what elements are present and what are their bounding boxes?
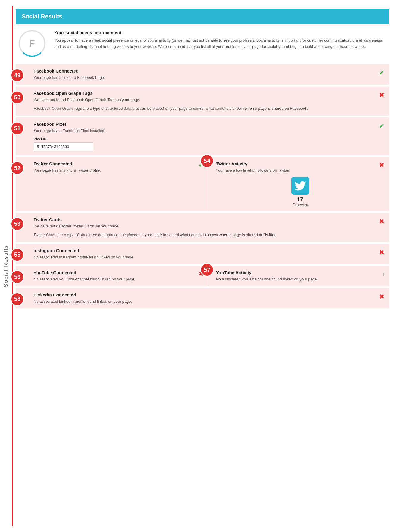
- twitter-icon: [295, 180, 306, 192]
- title-58: LinkedIn Connected: [34, 292, 384, 297]
- desc-52: Your page has a link to a Twitter profil…: [34, 167, 202, 173]
- badge-54: 54: [200, 154, 214, 168]
- badge-56: 56: [10, 270, 24, 284]
- grade-circle: F: [19, 30, 45, 57]
- desc-49: Your page has a link to a Facebook Page.: [34, 75, 384, 81]
- result-item-55: 55 Instagram Connected No associated Ins…: [16, 244, 389, 265]
- grade-area: F Your social needs improvement You appe…: [16, 30, 389, 57]
- pixel-label: Pixel ID: [34, 137, 384, 141]
- title-51: Facebook Pixel: [34, 122, 384, 127]
- badge-55: 55: [10, 248, 24, 262]
- status-55: ✖: [379, 249, 384, 256]
- badge-52: 52: [10, 161, 24, 175]
- pixel-value: 514287343108839: [34, 142, 93, 151]
- title-50: Facebook Open Graph Tags: [34, 91, 384, 96]
- follower-count: 17: [297, 197, 303, 203]
- result-item-56-57: 56 YouTube Connected No associated YouTu…: [16, 266, 389, 287]
- side-label: Social Results: [0, 6, 12, 526]
- split-right-57: 57 YouTube Activity No associated YouTub…: [207, 266, 389, 286]
- status-49: ✔: [379, 69, 384, 77]
- twitter-followers: 17 Followers: [216, 177, 384, 207]
- title-54: Twitter Activity: [216, 161, 384, 166]
- twitter-bird-icon: [291, 177, 309, 195]
- section-header: Social Results: [16, 9, 389, 24]
- split-left-52: 52 Twitter Connected Your page has a lin…: [16, 157, 207, 211]
- status-54: ✖: [379, 161, 384, 169]
- title-49: Facebook Connected: [34, 68, 384, 73]
- result-item-50: 50 Facebook Open Graph Tags We have not …: [16, 87, 389, 116]
- badge-58: 58: [10, 292, 24, 306]
- badge-57: 57: [200, 263, 214, 277]
- badge-53: 53: [10, 217, 24, 231]
- desc-50: We have not found Facebook Open Graph Ta…: [34, 97, 384, 103]
- desc-51: Your page has a Facebook Pixel installed…: [34, 128, 384, 134]
- split-right-54: 54 Twitter Activity You have a low level…: [207, 157, 389, 211]
- title-56: YouTube Connected: [34, 270, 202, 275]
- grade-description: You appear to have a weak social presenc…: [54, 37, 386, 50]
- result-item-52-54: 52 Twitter Connected Your page has a lin…: [16, 157, 389, 212]
- badge-49: 49: [10, 68, 24, 82]
- badge-51: 51: [10, 122, 24, 135]
- title-52: Twitter Connected: [34, 161, 202, 166]
- main-content: Social Results F Your social needs impro…: [12, 6, 398, 526]
- grade-title: Your social needs improvement: [54, 30, 386, 35]
- pixel-box: Pixel ID 514287343108839: [34, 137, 384, 151]
- follower-label: Followers: [293, 203, 308, 207]
- status-57: i: [383, 270, 384, 278]
- desc-58: No associated LinkedIn profile found lin…: [34, 299, 384, 305]
- status-51: ✔: [379, 122, 384, 130]
- desc-55: No associated Instagram profile found li…: [34, 254, 384, 260]
- extra-50: Facebook Open Graph Tags are a type of s…: [34, 106, 384, 112]
- grade-text: Your social needs improvement You appear…: [54, 30, 386, 50]
- split-left-56: 56 YouTube Connected No associated YouTu…: [16, 266, 207, 286]
- status-50: ✖: [379, 91, 384, 99]
- desc-57: No associated YouTube channel found link…: [216, 276, 384, 282]
- result-item-51: 51 Facebook Pixel Your page has a Facebo…: [16, 117, 389, 156]
- title-53: Twitter Cards: [34, 217, 384, 222]
- status-58: ✖: [379, 293, 384, 301]
- title-57: YouTube Activity: [216, 270, 384, 275]
- title-55: Instagram Connected: [34, 248, 384, 253]
- result-item-49: 49 Facebook Connected Your page has a li…: [16, 64, 389, 85]
- result-item-53: 53 Twitter Cards We have not detected Tw…: [16, 213, 389, 243]
- badge-50: 50: [10, 91, 24, 104]
- result-item-58: 58 LinkedIn Connected No associated Link…: [16, 288, 389, 309]
- status-53: ✖: [379, 218, 384, 225]
- extra-53: Twitter Cards are a type of structured d…: [34, 232, 384, 238]
- desc-54: You have a low level of followers on Twi…: [216, 167, 384, 173]
- desc-53: We have not detected Twitter Cards on yo…: [34, 223, 384, 229]
- desc-56: No associated YouTube channel found link…: [34, 276, 202, 282]
